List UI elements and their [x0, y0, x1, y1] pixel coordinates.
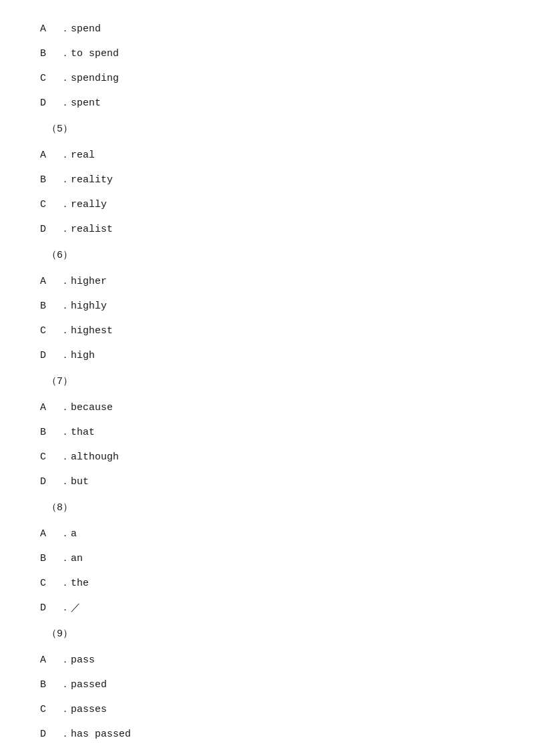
option-label: B [40, 45, 60, 63]
option-label: B [40, 550, 60, 568]
option-label: C [40, 69, 60, 87]
option-dot: ． [60, 599, 71, 617]
option-text: although [71, 448, 119, 466]
option-dot: ． [60, 725, 71, 743]
option-dot: ． [60, 574, 71, 592]
option-text: because [71, 399, 113, 417]
option-text: high [71, 347, 95, 365]
option-text: spend [71, 20, 101, 38]
option-text: has passed [71, 725, 131, 743]
option-D-5: D ． realist [40, 220, 494, 238]
option-A-7: A ． because [40, 399, 494, 417]
option-label: C [40, 196, 60, 214]
option-dot: ． [60, 676, 71, 694]
option-D-8: D ． ／ [40, 599, 494, 617]
option-D-0: D ． spent [40, 94, 494, 112]
option-B-8: B ． an [40, 550, 494, 568]
option-dot: ． [60, 525, 71, 543]
option-label: C [40, 574, 60, 592]
section-number-5: （5） [40, 120, 494, 138]
option-C-7: C ． although [40, 448, 494, 466]
option-text: really [71, 196, 107, 214]
option-D-7: D ． but [40, 473, 494, 491]
option-text: pass [71, 651, 95, 669]
option-dot: ． [60, 94, 71, 112]
section-7: （7） A ． because B ． that C ． although D … [40, 373, 494, 491]
option-text: passed [71, 676, 107, 694]
option-label: D [40, 473, 60, 491]
option-C-5: C ． really [40, 196, 494, 214]
option-label: D [40, 725, 60, 743]
option-text: that [71, 423, 95, 441]
option-A-6: A ． higher [40, 272, 494, 291]
option-dot: ． [60, 220, 71, 238]
option-dot: ． [60, 651, 71, 669]
option-dot: ． [60, 196, 71, 214]
option-text: realist [71, 220, 113, 238]
option-text: reality [71, 171, 113, 189]
section-6: （6） A ． higher B ． highly C ． highest D … [40, 246, 494, 365]
option-label: A [40, 146, 60, 164]
option-label: A [40, 525, 60, 543]
option-D-9: D ． has passed [40, 725, 494, 743]
section-number-6: （6） [40, 246, 494, 264]
option-B-5: B ． reality [40, 171, 494, 189]
option-label: A [40, 399, 60, 417]
option-label: B [40, 423, 60, 441]
section-number-8: （8） [40, 499, 494, 517]
option-B-0: B ． to spend [40, 45, 494, 63]
option-label: A [40, 651, 60, 669]
option-text: higher [71, 272, 107, 291]
option-label: B [40, 297, 60, 315]
section-5: （5） A ． real B ． reality C ． really D ． … [40, 120, 494, 238]
page-content: A ． spend B ． to spend C ． spending D ． … [0, 0, 534, 756]
option-label: C [40, 322, 60, 340]
option-dot: ． [60, 146, 71, 164]
option-C-9: C ． passes [40, 701, 494, 719]
option-label: B [40, 171, 60, 189]
option-text: the [71, 574, 89, 592]
option-dot: ． [60, 701, 71, 719]
option-label: C [40, 701, 60, 719]
option-label: D [40, 347, 60, 365]
option-dot: ． [60, 399, 71, 417]
option-text: but [71, 473, 89, 491]
option-label: C [40, 448, 60, 466]
option-text: real [71, 146, 95, 164]
option-dot: ． [60, 550, 71, 568]
section-0: A ． spend B ． to spend C ． spending D ． … [40, 20, 494, 112]
option-text: spent [71, 94, 101, 112]
option-dot: ． [60, 272, 71, 291]
option-A-0: A ． spend [40, 20, 494, 38]
section-number-7: （7） [40, 373, 494, 391]
option-dot: ． [60, 322, 71, 340]
option-text: spending [71, 69, 119, 87]
option-dot: ． [60, 45, 71, 63]
option-label: D [40, 220, 60, 238]
option-A-9: A ． pass [40, 651, 494, 669]
option-dot: ． [60, 20, 71, 38]
option-C-0: C ． spending [40, 69, 494, 87]
section-9: （9） A ． pass B ． passed C ． passes D ． h… [40, 625, 494, 743]
section-8: （8） A ． a B ． an C ． the D ． ／ [40, 499, 494, 617]
option-label: A [40, 272, 60, 291]
option-label: B [40, 676, 60, 694]
option-text: highest [71, 322, 113, 340]
option-dot: ． [60, 171, 71, 189]
option-label: D [40, 599, 60, 617]
option-dot: ． [60, 297, 71, 315]
option-label: A [40, 20, 60, 38]
option-dot: ． [60, 473, 71, 491]
option-A-5: A ． real [40, 146, 494, 164]
option-text: a [71, 525, 77, 543]
option-B-9: B ． passed [40, 676, 494, 694]
option-B-7: B ． that [40, 423, 494, 441]
option-D-6: D ． high [40, 347, 494, 365]
option-text: ／ [71, 599, 81, 617]
option-dot: ． [60, 423, 71, 441]
option-C-6: C ． highest [40, 322, 494, 340]
option-dot: ． [60, 69, 71, 87]
option-C-8: C ． the [40, 574, 494, 592]
option-text: passes [71, 701, 107, 719]
option-dot: ． [60, 347, 71, 365]
